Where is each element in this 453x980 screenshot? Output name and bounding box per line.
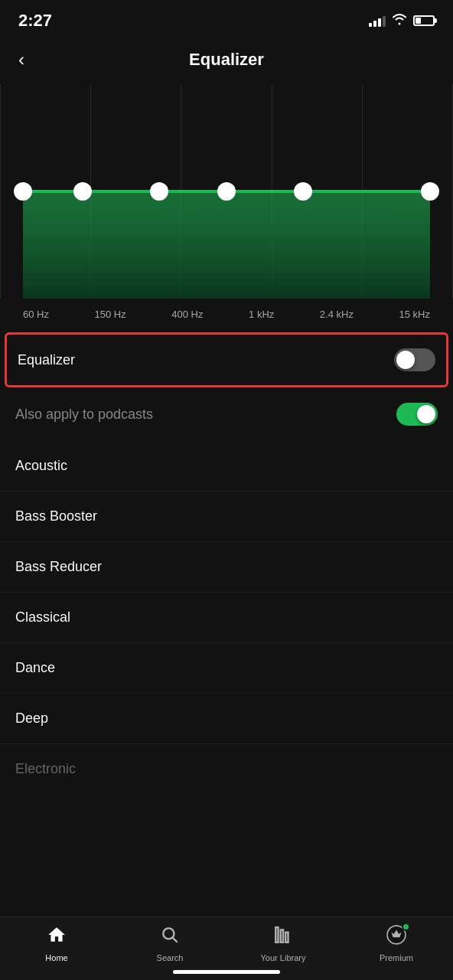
search-label: Search [157,953,184,962]
preset-deep[interactable]: Deep [0,694,453,744]
back-button[interactable]: ‹ [15,46,28,74]
status-icons [369,13,435,29]
nav-library[interactable]: Your Library [253,925,314,962]
search-icon [160,925,180,950]
freq-15khz: 15 kHz [399,309,430,320]
svg-point-7 [163,928,174,939]
page-title: Equalizer [189,50,264,70]
header: ‹ Equalizer [0,38,453,84]
preset-electronic[interactable]: Electronic [0,744,453,794]
svg-line-8 [173,938,178,942]
podcast-toggle[interactable] [396,403,438,426]
eq-graph[interactable]: 60 Hz 150 Hz 400 Hz 1 kHz 2.4 kHz 15 kHz [0,84,453,329]
premium-icon [386,925,406,950]
status-bar: 2:27 [0,0,453,38]
podcast-toggle-row[interactable]: Also apply to podcasts [0,387,453,441]
equalizer-label: Equalizer [18,352,75,368]
freq-1khz: 1 kHz [249,309,274,320]
status-time: 2:27 [18,11,52,31]
preset-acoustic[interactable]: Acoustic [0,441,453,492]
eq-curve[interactable] [0,84,453,299]
podcast-toggle-knob [417,405,435,423]
svg-point-1 [14,182,32,201]
freq-60hz: 60 Hz [23,309,49,320]
signal-icon [369,15,386,27]
preset-list: Acoustic Bass Booster Bass Reducer Class… [0,441,453,794]
battery-icon [413,15,435,26]
svg-rect-9 [275,927,278,942]
home-label: Home [45,953,67,962]
equalizer-toggle-knob [396,351,415,369]
premium-label: Premium [380,953,413,962]
equalizer-toggle[interactable] [394,348,435,371]
nav-premium[interactable]: Premium [366,925,427,962]
settings-section: Equalizer Also apply to podcasts Acousti… [0,332,453,794]
wifi-icon [392,13,407,29]
preset-bass-reducer[interactable]: Bass Reducer [0,542,453,593]
home-icon [47,925,67,950]
svg-point-6 [421,182,439,201]
freq-150hz: 150 Hz [95,309,126,320]
nav-items: Home Search Your Library [0,917,453,965]
svg-point-5 [294,182,312,201]
svg-rect-10 [281,930,283,942]
home-indicator [173,970,280,974]
svg-point-4 [217,182,236,201]
equalizer-toggle-row[interactable]: Equalizer [5,332,448,387]
svg-marker-0 [23,191,430,299]
svg-point-2 [73,182,92,201]
freq-400hz: 400 Hz [171,309,203,320]
nav-search[interactable]: Search [139,925,200,962]
podcast-label: Also apply to podcasts [15,407,153,423]
preset-bass-booster[interactable]: Bass Booster [0,492,453,542]
library-icon [273,925,293,950]
svg-rect-11 [285,933,288,942]
nav-home[interactable]: Home [26,925,87,962]
eq-frequency-labels: 60 Hz 150 Hz 400 Hz 1 kHz 2.4 kHz 15 kHz [0,299,453,329]
preset-classical[interactable]: Classical [0,593,453,643]
preset-dance[interactable]: Dance [0,643,453,694]
freq-2_4khz: 2.4 kHz [320,309,354,320]
svg-point-3 [150,182,168,201]
library-label: Your Library [261,953,306,962]
bottom-nav: Home Search Your Library [0,916,453,980]
